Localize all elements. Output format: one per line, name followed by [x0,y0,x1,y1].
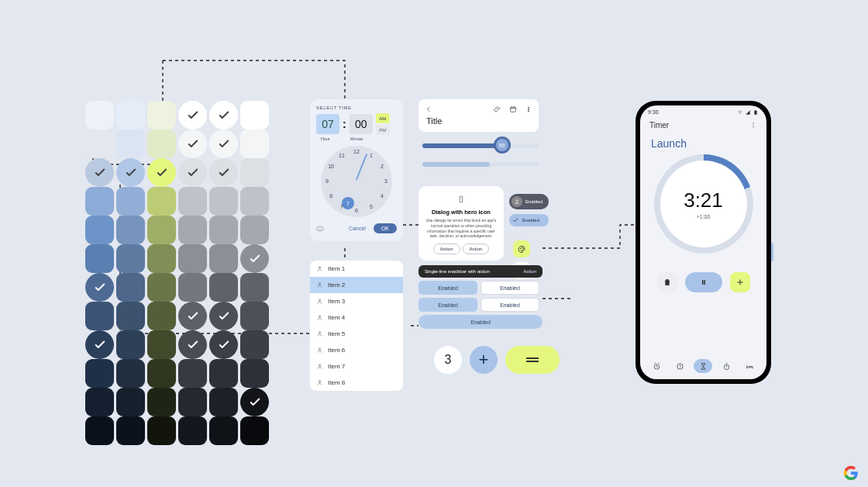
swatch-1-2[interactable] [147,130,176,158]
clock-face[interactable]: 7 121234567891011 [321,146,392,217]
swatch-6-2[interactable] [147,273,176,302]
swatch-11-0[interactable] [85,416,114,445]
swatch-8-1[interactable] [116,330,145,359]
swatch-5-3[interactable] [178,244,207,273]
back-arrow-icon[interactable] [425,105,432,113]
number-button[interactable]: 3 [434,346,462,374]
swatch-4-0[interactable] [85,216,114,244]
list-item[interactable]: Item 1 [310,261,403,277]
swatch-8-5[interactable] [240,330,269,359]
am-toggle[interactable]: AM [376,113,390,123]
swatch-0-3[interactable] [178,101,207,130]
clock-num-5[interactable]: 5 [367,204,376,209]
swatch-9-0[interactable] [85,359,114,388]
clock-num-1[interactable]: 1 [367,153,376,158]
swatch-8-3[interactable] [178,330,207,359]
swatch-7-4[interactable] [209,302,238,330]
swatch-4-3[interactable] [178,216,207,244]
dialog-action-1[interactable]: Action [433,244,460,254]
keyboard-icon[interactable] [316,225,324,233]
nav-stopwatch[interactable] [718,359,736,373]
swatch-4-1[interactable] [116,216,145,244]
cancel-button[interactable]: Cancel [346,223,369,233]
swatch-2-1[interactable] [116,158,145,187]
swatch-1-0[interactable] [85,130,114,158]
swatch-4-4[interactable] [209,216,238,244]
swatch-5-5[interactable] [240,244,269,273]
minute-field[interactable]: 00 [350,114,373,134]
add-timer-button[interactable] [730,272,750,292]
list-item[interactable]: Item 5 [310,326,403,342]
swatch-4-2[interactable] [147,216,176,244]
clock-num-12[interactable]: 12 [352,149,361,154]
list-item[interactable]: Item 7 [310,358,403,375]
list-item[interactable]: Item 6 [310,342,403,358]
swatch-7-3[interactable] [178,302,207,330]
swatch-0-4[interactable] [209,101,238,130]
clock-num-3[interactable]: 3 [381,178,391,184]
swatch-6-0[interactable] [85,273,114,302]
swatch-10-3[interactable] [178,388,207,416]
swatch-0-1[interactable] [116,101,145,130]
swatch-10-0[interactable] [85,388,114,416]
clock-num-4[interactable]: 4 [377,193,387,199]
btn-enabled-wide[interactable]: Enabled [418,315,542,329]
swatch-8-0[interactable] [85,330,114,359]
snackbar-action[interactable]: Action [523,269,536,274]
swatch-8-2[interactable] [147,330,176,359]
swatch-3-1[interactable] [116,187,145,216]
swatch-8-4[interactable] [209,330,238,359]
swatch-0-5[interactable] [240,101,269,130]
nav-clock[interactable] [670,359,689,373]
clock-num-9[interactable]: 9 [322,178,332,184]
pause-button[interactable] [685,272,722,292]
list-item[interactable]: Item 4 [310,309,403,326]
chip-enabled-dark[interactable]: Enabled [509,194,549,209]
palette-fab[interactable] [513,240,530,257]
nav-alarm[interactable] [647,359,666,373]
swatch-7-2[interactable] [147,302,176,330]
swatch-1-1[interactable] [116,130,145,158]
swatch-9-1[interactable] [116,359,145,388]
swatch-10-4[interactable] [209,388,238,416]
more-vert-icon[interactable] [525,105,532,113]
swatch-4-5[interactable] [240,216,269,244]
swatch-5-2[interactable] [147,244,176,273]
hour-field[interactable]: 07 [316,114,339,134]
swatch-2-3[interactable] [178,158,207,187]
pm-toggle[interactable]: PM [376,125,390,135]
more-vert-icon[interactable] [749,121,757,129]
swatch-11-1[interactable] [116,416,145,445]
swatch-9-2[interactable] [147,359,176,388]
swatch-9-4[interactable] [209,359,238,388]
clock-num-11[interactable]: 11 [337,153,346,158]
swatch-1-5[interactable] [240,130,269,158]
swatch-6-4[interactable] [209,273,238,302]
swatch-5-0[interactable] [85,244,114,273]
swatch-3-5[interactable] [240,187,269,216]
swatch-11-4[interactable] [209,416,238,445]
swatch-6-3[interactable] [178,273,207,302]
swatch-10-5[interactable] [240,388,269,416]
list-item[interactable]: Item 3 [310,293,403,309]
swatch-9-5[interactable] [240,359,269,388]
timer-increment[interactable]: +1:00 [697,214,711,219]
clock-num-2[interactable]: 2 [377,164,387,169]
swatch-5-1[interactable] [116,244,145,273]
calendar-icon[interactable] [509,105,517,113]
btn-enabled-2[interactable]: Enabled [480,281,539,295]
swatch-11-3[interactable] [178,416,207,445]
swatch-2-2[interactable] [147,158,176,187]
btn-enabled-1[interactable]: Enabled [418,281,477,295]
swatch-7-1[interactable] [116,302,145,330]
swatch-2-0[interactable] [85,158,114,187]
swatch-3-2[interactable] [147,187,176,216]
swatch-7-0[interactable] [85,302,114,330]
swatch-1-4[interactable] [209,130,238,158]
nav-bedtime[interactable] [741,359,760,373]
list-item[interactable]: Item 8 [310,375,403,391]
swatch-1-3[interactable] [178,130,207,158]
ok-button[interactable]: OK [374,223,397,233]
btn-enabled-4[interactable]: Enabled [480,298,539,312]
btn-enabled-3[interactable]: Enabled [418,298,477,312]
